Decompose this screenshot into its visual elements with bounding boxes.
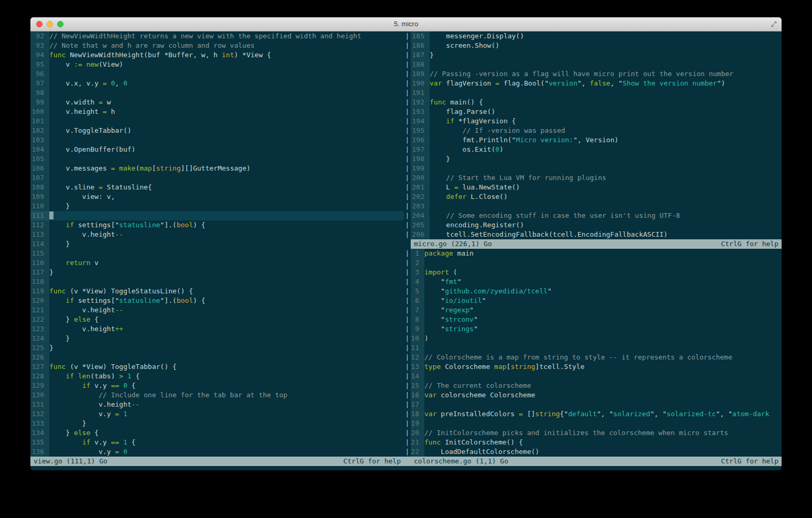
code-line[interactable]: 97 v.x, v.y = 0, 0 — [30, 79, 404, 88]
code-line[interactable]: 201 L = lua.NewState() — [411, 183, 782, 192]
code-line[interactable]: 124 } — [30, 334, 404, 343]
line-number: 2 — [411, 258, 424, 268]
code-line[interactable]: 125} — [30, 343, 404, 353]
code-line[interactable]: 196 fmt.Println("Micro version:", Versio… — [411, 135, 782, 145]
code-line[interactable]: 132 v.y = 1 — [30, 409, 404, 419]
line-number: 100 — [30, 107, 49, 117]
code-line[interactable]: 14 — [411, 372, 782, 381]
code-line[interactable]: 120 if settings["statusline"].(bool) { — [30, 296, 404, 305]
code-line[interactable]: 111 — [30, 211, 404, 220]
code-line[interactable]: 205 encoding.Register() — [411, 220, 782, 230]
code-line[interactable]: 133 } — [30, 419, 404, 428]
code-line[interactable]: 13type Colorscheme map[string]tcell.Styl… — [411, 362, 782, 372]
code-line[interactable]: 128 if len(tabs) > 1 { — [30, 372, 404, 381]
code-line[interactable]: 191 — [411, 88, 782, 98]
code-line[interactable]: 109 view: v, — [30, 192, 404, 202]
code-line[interactable]: 114 } — [30, 239, 404, 249]
code-line[interactable]: 94func NewViewWidthHeight(buf *Buffer, w… — [30, 50, 404, 60]
code-line[interactable]: 6 "io/ioutil" — [411, 296, 782, 305]
code-line[interactable]: 107 — [30, 173, 404, 183]
code-line[interactable]: 195 // If -version was passed — [411, 126, 782, 135]
code-line[interactable]: 9 "strings" — [411, 324, 782, 334]
code-line[interactable]: 4 "fmt" — [411, 277, 782, 287]
code-line[interactable]: 116 return v — [30, 258, 404, 268]
code-line[interactable]: 105 — [30, 154, 404, 164]
code-line[interactable]: 101 — [30, 117, 404, 126]
editor-micro-go[interactable]: 185 messenger.Display()186 screen.Show()… — [411, 31, 782, 239]
code-line[interactable]: 102 v.ToggleTabbar() — [30, 126, 404, 135]
code-line[interactable]: 129 if v.y == 0 { — [30, 381, 404, 390]
code-line[interactable]: 21func InitColorscheme() { — [411, 438, 782, 447]
code-line[interactable]: 119func (v *View) ToggleStatusLine() { — [30, 287, 404, 296]
title-bar[interactable]: 5. micro ⤢ — [30, 17, 782, 31]
fullscreen-icon[interactable]: ⤢ — [770, 20, 778, 28]
code-line[interactable]: 123 v.height++ — [30, 324, 404, 334]
code-line[interactable]: 15// The current colorscheme — [411, 381, 782, 390]
code-line[interactable]: 22 LoadDefaultColorscheme() — [411, 447, 782, 457]
code-line[interactable]: 112 if settings["statusline"].(bool) { — [30, 220, 404, 230]
code-line[interactable]: 134 } else { — [30, 428, 404, 438]
code-line[interactable]: 122 } else { — [30, 315, 404, 324]
code-line[interactable]: 206 tcell.SetEncodingFallback(tcell.Enco… — [411, 230, 782, 239]
code-line[interactable]: 121 v.height-- — [30, 305, 404, 315]
code-line[interactable]: 118 — [30, 277, 404, 287]
code-line[interactable]: 95 v := new(View) — [30, 60, 404, 69]
code-line[interactable]: 198 } — [411, 154, 782, 164]
code-line[interactable]: 127func (v *View) ToggleTabbar() { — [30, 362, 404, 372]
code-line[interactable]: 92// NewViewWidthHeight returns a new vi… — [30, 31, 404, 41]
code-line[interactable]: 186 screen.Show() — [411, 41, 782, 50]
code-line[interactable]: 96 — [30, 69, 404, 79]
code-line[interactable]: 98 — [30, 88, 404, 98]
code-line[interactable]: 20// InitColorscheme picks and initializ… — [411, 428, 782, 438]
code-line[interactable]: 190var flagVersion = flag.Bool("version"… — [411, 79, 782, 88]
code-line[interactable]: 93// Note that w and h are raw column an… — [30, 41, 404, 50]
code-text: } — [49, 202, 404, 211]
code-line[interactable]: 10) — [411, 334, 782, 343]
code-line[interactable]: 110 } — [30, 202, 404, 211]
code-line[interactable]: 3import ( — [411, 268, 782, 277]
code-line[interactable]: 200 // Start the Lua VM for running plug… — [411, 173, 782, 183]
code-line[interactable]: 115 — [30, 249, 404, 258]
pane-divider-segment: | — [404, 79, 411, 88]
code-line[interactable]: 12// Colorscheme is a map from string to… — [411, 353, 782, 362]
code-line[interactable]: 103 — [30, 135, 404, 145]
code-line[interactable]: 185 messenger.Display() — [411, 31, 782, 41]
code-line[interactable]: 135 if v.y == 1 { — [30, 438, 404, 447]
code-line[interactable]: 16var colorscheme Colorscheme — [411, 390, 782, 400]
code-line[interactable]: 17 — [411, 400, 782, 409]
line-number: 14 — [411, 372, 424, 381]
code-line[interactable]: 8 "strconv" — [411, 315, 782, 324]
code-line[interactable]: 199 — [411, 164, 782, 173]
code-line[interactable]: 204 // Some encoding stuff in case the u… — [411, 211, 782, 220]
code-line[interactable]: 5 "github.com/zyedidia/tcell" — [411, 287, 782, 296]
line-number: 99 — [30, 98, 49, 107]
code-line[interactable]: 1package main — [411, 249, 782, 258]
code-line[interactable]: 113 v.height-- — [30, 230, 404, 239]
code-line[interactable]: 188 — [411, 60, 782, 69]
code-line[interactable]: 130 // Include one line for the tab bar … — [30, 390, 404, 400]
code-line[interactable]: 106 v.messages = make(map[string][]Gutte… — [30, 164, 404, 173]
editor-colorscheme-go[interactable]: 1package main23import (4 "fmt"5 "github.… — [411, 249, 782, 457]
code-line[interactable]: 192func main() { — [411, 98, 782, 107]
code-line[interactable]: 202 defer L.Close() — [411, 192, 782, 202]
code-line[interactable]: 2 — [411, 258, 782, 268]
code-line[interactable]: 203 — [411, 202, 782, 211]
code-line[interactable]: 126 — [30, 353, 404, 362]
code-line[interactable]: 117} — [30, 268, 404, 277]
code-line[interactable]: 11 — [411, 343, 782, 353]
code-line[interactable]: 136 v.y = 0 — [30, 447, 404, 457]
code-line[interactable]: 197 os.Exit(0) — [411, 145, 782, 154]
pane-view-go[interactable]: 92// NewViewWidthHeight returns a new vi… — [30, 31, 404, 466]
code-line[interactable]: 18var preInstalledColors = []string{"def… — [411, 409, 782, 419]
code-line[interactable]: 19 — [411, 419, 782, 428]
code-line[interactable]: 7 "regexp" — [411, 305, 782, 315]
code-line[interactable]: 104 v.OpenBuffer(buf) — [30, 145, 404, 154]
code-line[interactable]: 193 flag.Parse() — [411, 107, 782, 117]
code-line[interactable]: 187} — [411, 50, 782, 60]
code-line[interactable]: 131 v.height-- — [30, 400, 404, 409]
code-line[interactable]: 99 v.width = w — [30, 98, 404, 107]
code-line[interactable]: 108 v.sline = Statusline{ — [30, 183, 404, 192]
code-line[interactable]: 194 if *flagVersion { — [411, 117, 782, 126]
code-line[interactable]: 189// Passing -version as a flag will ha… — [411, 69, 782, 79]
code-line[interactable]: 100 v.height = h — [30, 107, 404, 117]
